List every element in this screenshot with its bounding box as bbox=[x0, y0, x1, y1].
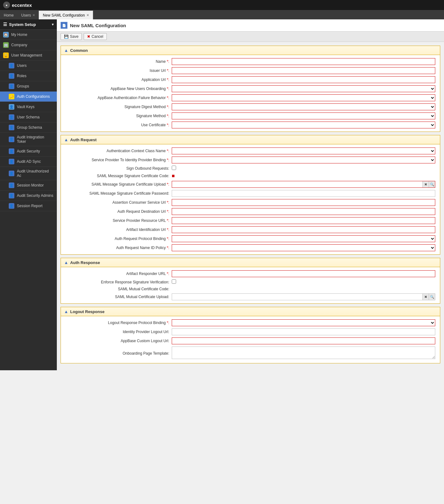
label-onboarding-page: Onboarding Page Template: bbox=[66, 351, 172, 356]
sidebar-item-groups[interactable]: 👤 Groups bbox=[0, 81, 57, 92]
sidebar-item-user-schema[interactable]: 👤 User Schema bbox=[0, 112, 57, 122]
input-auth-request-dest[interactable] bbox=[172, 208, 435, 215]
file-clear-saml-msg[interactable]: ✖ bbox=[422, 181, 429, 187]
field-auth-request-protocol bbox=[172, 235, 435, 242]
sidebar-item-auth-configurations[interactable]: 🔑 Auth Configurations bbox=[0, 92, 57, 102]
input-artifact-id-url[interactable] bbox=[172, 226, 435, 233]
label-idp-logout-url: Identity Provider Logout Url: bbox=[66, 330, 172, 334]
checkbox-enforce-response[interactable] bbox=[172, 279, 176, 284]
input-idp-logout-url[interactable] bbox=[172, 328, 435, 335]
section-common-header[interactable]: ▲ Common bbox=[61, 46, 440, 55]
textarea-onboarding-page[interactable] bbox=[172, 347, 435, 359]
sidebar-label-vault-keys: Vault Keys bbox=[17, 105, 34, 109]
row-signature-digest: Signature Digest Method *: bbox=[66, 103, 435, 110]
sidebar-item-vault-keys[interactable]: 👤 Vault Keys bbox=[0, 102, 57, 112]
file-input-saml-msg[interactable] bbox=[172, 182, 422, 187]
required-name: *: bbox=[167, 59, 169, 64]
select-use-certificate[interactable] bbox=[172, 122, 435, 128]
file-search-saml-mutual[interactable]: 🔍 bbox=[429, 294, 435, 300]
select-appbase-auth-failure[interactable] bbox=[172, 94, 435, 101]
section-auth-request-toggle-icon[interactable]: ▲ bbox=[64, 137, 68, 142]
tab-users[interactable]: Users ✕ bbox=[17, 11, 39, 19]
select-sp-to-idp[interactable] bbox=[172, 157, 435, 163]
my-home-icon: 🏠 bbox=[3, 32, 9, 37]
label-issuer-url: Issuer Url *: bbox=[66, 68, 172, 73]
section-auth-response-header[interactable]: ▲ Auth Response bbox=[61, 258, 440, 267]
field-assertion-consumer bbox=[172, 199, 435, 206]
input-name[interactable] bbox=[172, 58, 435, 65]
save-button[interactable]: 💾 Save bbox=[61, 33, 82, 40]
sidebar-item-user-management[interactable]: 🔒 User Management bbox=[0, 50, 57, 61]
select-auth-context[interactable] bbox=[172, 147, 435, 154]
session-report-icon: 👤 bbox=[9, 203, 14, 209]
sidebar-item-group-schema[interactable]: 👤 Group Schema bbox=[0, 122, 57, 133]
sidebar-label-audit-security-admins: Audit Security Admins bbox=[17, 193, 53, 198]
section-auth-request-header[interactable]: ▲ Auth Request bbox=[61, 135, 440, 144]
user-management-icon: 🔒 bbox=[3, 52, 9, 58]
file-upload-saml-mutual: ✖ 🔍 bbox=[172, 293, 435, 300]
section-common-toggle-icon[interactable]: ▲ bbox=[64, 48, 68, 53]
sidebar-item-my-home[interactable]: 🏠 My Home bbox=[0, 30, 57, 40]
sidebar-item-session-report[interactable]: 👤 Session Report bbox=[0, 201, 57, 211]
tab-home[interactable]: Home bbox=[0, 11, 17, 19]
tab-new-saml-label: New SAML Configuration bbox=[43, 13, 85, 17]
sidebar-item-roles[interactable]: 👤 Roles bbox=[0, 71, 57, 81]
input-saml-msg-sig-cert-pwd[interactable] bbox=[172, 190, 435, 197]
select-auth-request-name-id[interactable] bbox=[172, 244, 435, 251]
sidebar-label-audit-security: Audit Security bbox=[17, 149, 40, 153]
label-auth-request-dest: Auth Request Destination Url *: bbox=[66, 209, 172, 214]
section-logout-response-title: Logout Response bbox=[70, 309, 105, 314]
file-clear-saml-mutual[interactable]: ✖ bbox=[422, 294, 429, 300]
input-appbase-custom-logout[interactable] bbox=[172, 337, 435, 344]
field-appbase-auth-failure bbox=[172, 94, 435, 101]
section-logout-response-toggle-icon[interactable]: ▲ bbox=[64, 309, 68, 314]
label-saml-msg-sig-cert-pwd: SAML Message Signature Certificate Passw… bbox=[66, 191, 172, 196]
input-sp-resource-url[interactable] bbox=[172, 217, 435, 224]
cancel-button[interactable]: ✖ Cancel bbox=[84, 33, 106, 40]
required-auth-request-protocol: *: bbox=[167, 237, 169, 241]
file-search-saml-msg[interactable]: 🔍 bbox=[429, 181, 435, 187]
select-signature-digest[interactable] bbox=[172, 103, 435, 110]
input-artifact-responder[interactable] bbox=[172, 270, 435, 277]
sidebar-item-audit-security[interactable]: 👤 Audit Security bbox=[0, 146, 57, 157]
sidebar-item-session-monitor[interactable]: 👤 Session Monitor bbox=[0, 180, 57, 191]
sidebar-item-users[interactable]: 👤 Users bbox=[0, 61, 57, 71]
form-container: ▲ Common Name *: bbox=[57, 42, 444, 370]
field-idp-logout-url bbox=[172, 328, 435, 335]
sidebar-item-audit-security-admins[interactable]: 👤 Audit Security Admins bbox=[0, 191, 57, 201]
hamburger-icon[interactable]: ☰ bbox=[3, 22, 7, 27]
row-use-certificate: Use Certificate *: bbox=[66, 122, 435, 128]
section-auth-response-toggle-icon[interactable]: ▲ bbox=[64, 260, 68, 265]
tab-users-close[interactable]: ✕ bbox=[32, 13, 35, 17]
select-signature-method[interactable] bbox=[172, 112, 435, 119]
label-saml-msg-sig-cert-upload: SAML Message Signature Certificate Uploa… bbox=[66, 182, 172, 187]
select-appbase-new-users[interactable] bbox=[172, 85, 435, 92]
row-sign-outbound: Sign Outbound Requests: bbox=[66, 166, 435, 171]
file-input-saml-mutual[interactable] bbox=[172, 294, 422, 300]
input-application-url[interactable] bbox=[172, 76, 435, 83]
checkbox-sign-outbound[interactable] bbox=[172, 166, 176, 170]
select-logout-protocol[interactable] bbox=[172, 319, 435, 326]
sidebar-label-user-management: User Management bbox=[11, 53, 42, 57]
input-assertion-consumer[interactable] bbox=[172, 199, 435, 206]
sidebar-label-audit-integration-token: Audit Integration Toker bbox=[17, 135, 54, 144]
label-artifact-responder: Artifact Responder URL *: bbox=[66, 272, 172, 276]
tab-bar: Home Users ✕ New SAML Configuration ✕ bbox=[0, 10, 444, 19]
section-logout-response-header[interactable]: ▲ Logout Response bbox=[61, 307, 440, 316]
required-appbase-new-users: *: bbox=[167, 87, 169, 91]
sidebar-item-audit-unauthorized[interactable]: 👤 Audit Unauthorized Ac bbox=[0, 167, 57, 180]
sidebar-label-users: Users bbox=[17, 63, 27, 68]
sidebar-item-audit-integration-token[interactable]: 👤 Audit Integration Toker bbox=[0, 133, 57, 146]
tab-new-saml[interactable]: New SAML Configuration ✕ bbox=[39, 11, 93, 19]
select-auth-request-protocol[interactable] bbox=[172, 235, 435, 242]
sidebar-header[interactable]: ☰ System Setup ▾ bbox=[0, 19, 57, 30]
sidebar-item-company[interactable]: 🏢 Company bbox=[0, 40, 57, 50]
sidebar-arrow[interactable]: ▾ bbox=[52, 22, 54, 27]
audit-ad-sync-icon: 👤 bbox=[9, 159, 14, 164]
sidebar-item-audit-ad-sync[interactable]: 👤 Audit AD Sync bbox=[0, 157, 57, 167]
tab-new-saml-close[interactable]: ✕ bbox=[86, 13, 89, 17]
input-issuer-url[interactable] bbox=[172, 67, 435, 74]
audit-integration-icon: 👤 bbox=[9, 137, 14, 142]
label-appbase-custom-logout: AppBase Custom Logout Url: bbox=[66, 339, 172, 343]
cancel-icon: ✖ bbox=[87, 34, 90, 39]
